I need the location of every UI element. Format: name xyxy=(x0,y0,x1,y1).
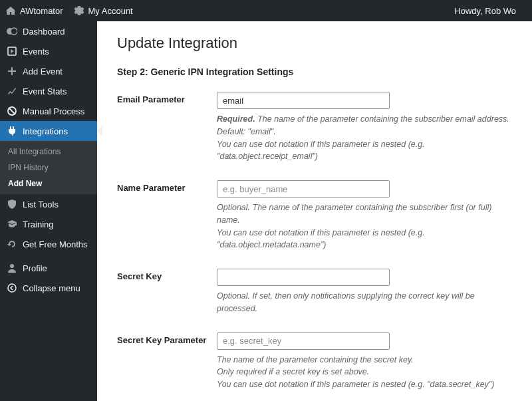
plug-icon xyxy=(7,126,17,136)
howdy-text: Howdy, Rob Wo xyxy=(454,6,516,16)
field-name-parameter: Name Parameter Optional. The name of the… xyxy=(117,180,512,251)
name-param-input[interactable] xyxy=(217,180,390,198)
secret-key-desc: Optional. If set, then only notification… xyxy=(217,290,512,315)
dashboard-icon xyxy=(7,26,17,37)
sidebar-item-label: Event Stats xyxy=(23,86,66,96)
shield-icon xyxy=(7,199,17,209)
collapse-icon xyxy=(7,283,17,293)
sidebar-item-list-tools[interactable]: List Tools xyxy=(0,194,97,214)
secret-key-param-input[interactable] xyxy=(217,333,390,350)
sidebar-subitem-add-new[interactable]: Add New xyxy=(0,176,97,192)
account-label: My Account xyxy=(88,6,133,16)
sidebar-item-dashboard[interactable]: Dashboard xyxy=(0,21,97,41)
sidebar-item-label: Get Free Months xyxy=(23,239,88,249)
email-param-label: Email Parameter xyxy=(117,92,217,163)
sidebar-item-label: Manual Process xyxy=(23,106,84,116)
name-param-desc: Optional. The name of the parameter cont… xyxy=(217,201,512,251)
play-icon xyxy=(7,46,17,57)
field-secret-key: Secret Key Optional. If set, then only n… xyxy=(117,269,512,315)
sidebar-item-label: Add Event xyxy=(23,67,63,76)
refresh-icon xyxy=(7,239,17,249)
sidebar-item-training[interactable]: Training xyxy=(0,214,97,234)
brand-text: AWtomator xyxy=(20,6,63,16)
page-subtitle: Step 2: Generic IPN Integration Settings xyxy=(117,67,512,77)
secret-key-param-label: Secret Key Parameter xyxy=(117,333,217,391)
field-secret-key-parameter: Secret Key Parameter The name of the par… xyxy=(117,333,512,391)
sidebar-submenu: All IntegrationsIPN HistoryAdd New xyxy=(0,141,97,194)
sidebar-item-integrations[interactable]: Integrations xyxy=(0,121,97,141)
secret-key-param-desc: The name of the parameter containing the… xyxy=(217,354,512,391)
sidebar-item-events[interactable]: Events xyxy=(0,41,97,61)
sidebar-item-label: Integrations xyxy=(23,126,68,136)
sidebar-item-manual-process[interactable]: Manual Process xyxy=(0,101,97,121)
secret-key-input[interactable] xyxy=(217,269,390,286)
howdy-user[interactable]: Howdy, Rob Wo xyxy=(454,6,516,16)
cap-icon xyxy=(7,219,17,229)
sidebar-item-label: Training xyxy=(23,219,53,229)
sidebar-item-label: Collapse menu xyxy=(23,283,80,293)
page-title: Update Integration xyxy=(117,35,512,52)
sidebar-subitem-ipn-history[interactable]: IPN History xyxy=(0,160,97,176)
block-icon xyxy=(7,106,17,116)
person-icon xyxy=(7,263,17,273)
sidebar-item-label: Events xyxy=(23,47,49,57)
sidebar-item-label: Dashboard xyxy=(23,27,65,37)
sidebar-item-get-free-months[interactable]: Get Free Months xyxy=(0,234,97,254)
plus-icon xyxy=(7,66,17,76)
sidebar-item-label: List Tools xyxy=(23,200,59,209)
gear-icon xyxy=(74,5,84,16)
my-account-link[interactable]: My Account xyxy=(74,5,133,16)
field-email-parameter: Email Parameter Required. The name of th… xyxy=(117,92,512,163)
sidebar-item-add-event[interactable]: Add Event xyxy=(0,61,97,81)
sidebar-item-profile[interactable]: Profile xyxy=(0,258,97,278)
secret-key-label: Secret Key xyxy=(117,269,217,315)
admin-sidebar: DashboardEventsAdd EventEvent StatsManua… xyxy=(0,21,97,401)
sidebar-subitem-all-integrations[interactable]: All Integrations xyxy=(0,144,97,160)
sidebar-item-label: Profile xyxy=(23,263,47,273)
sidebar-item-collapse-menu[interactable]: Collapse menu xyxy=(0,278,97,298)
sidebar-item-event-stats[interactable]: Event Stats xyxy=(0,81,97,101)
admin-topbar: AWtomator My Account Howdy, Rob Wo xyxy=(0,0,532,21)
name-param-label: Name Parameter xyxy=(117,180,217,251)
main-content: Update Integration Step 2: Generic IPN I… xyxy=(97,21,532,401)
brand-link[interactable]: AWtomator xyxy=(5,5,63,16)
email-param-input[interactable] xyxy=(217,92,390,109)
home-icon xyxy=(5,5,16,16)
email-param-desc: Required. The name of the parameter cont… xyxy=(217,113,512,163)
chart-icon xyxy=(7,86,17,96)
